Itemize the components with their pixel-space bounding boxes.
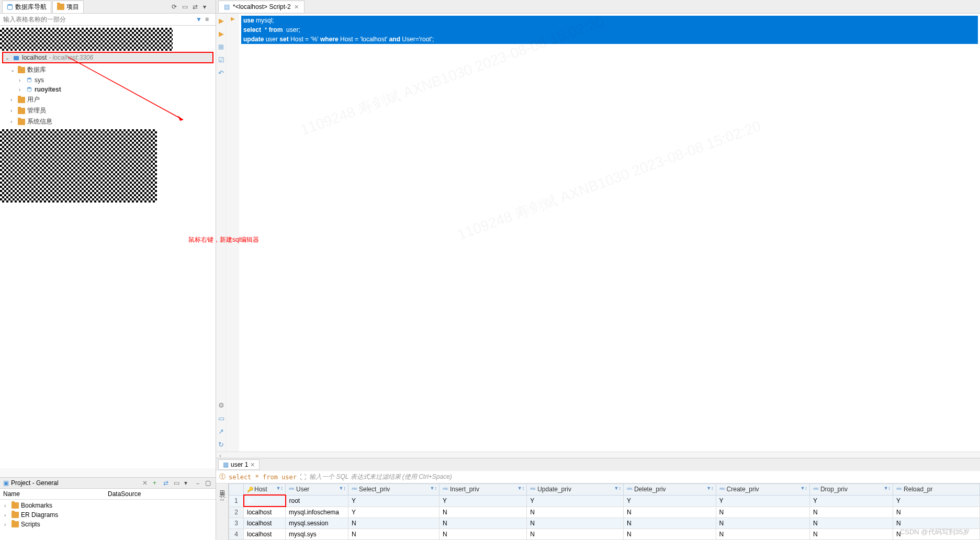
col-delete-priv[interactable]: ᴬᴮᶜDelete_priv▼↕: [623, 484, 716, 496]
cell[interactable]: N: [893, 507, 980, 518]
cell[interactable]: Y: [623, 495, 716, 507]
cell[interactable]: Y: [893, 495, 980, 507]
col-create-priv[interactable]: ᴬᴮᶜCreate_priv▼↕: [716, 484, 809, 496]
project-item-er[interactable]: › ER Diagrams: [0, 510, 216, 520]
sql-editor[interactable]: use mysql; select * from user; update us…: [239, 14, 980, 452]
cell[interactable]: root: [286, 495, 348, 507]
expand-icon[interactable]: ⛶: [300, 474, 306, 481]
cell[interactable]: N: [439, 518, 526, 529]
tree-users[interactable]: › 用户: [0, 94, 216, 105]
editor-tab-script2[interactable]: ▤ *<localhost> Script-2 ✕: [218, 1, 305, 13]
tab-database-navigator[interactable]: 数据库导航: [2, 1, 51, 13]
col-user[interactable]: ᴬᴮᶜUser▼↕: [286, 484, 348, 496]
row-number[interactable]: 2: [229, 507, 244, 518]
export-icon[interactable]: ↗: [218, 428, 224, 435]
col-update-priv[interactable]: ᴬᴮᶜUpdate_priv▼↕: [527, 484, 624, 496]
cell[interactable]: N: [716, 529, 809, 540]
row-number[interactable]: 3: [229, 518, 244, 529]
text-view-icon[interactable]: ⊞: [219, 490, 226, 495]
project-item-scripts[interactable]: › Scripts: [0, 520, 216, 529]
col-select-priv[interactable]: ᴬᴮᶜSelect_priv▼↕: [348, 484, 440, 496]
run-icon[interactable]: ▶: [219, 17, 224, 25]
cell[interactable]: localhost: [244, 507, 286, 518]
settings-icon[interactable]: ⚙: [218, 401, 224, 409]
link-icon[interactable]: ⇄: [163, 479, 171, 487]
cell[interactable]: %: [244, 495, 286, 507]
cell[interactable]: mysql.infoschema: [286, 507, 348, 518]
cell[interactable]: N: [439, 507, 526, 518]
record-icon[interactable]: ↕: [219, 498, 226, 501]
cell[interactable]: Y: [439, 495, 526, 507]
expand-toggle[interactable]: ⌄: [10, 67, 16, 73]
cell[interactable]: N: [716, 507, 809, 518]
filter-options-icon[interactable]: ≡: [205, 16, 212, 23]
maximize-icon[interactable]: ▢: [205, 479, 212, 487]
cell[interactable]: mysql.sys: [286, 529, 348, 540]
row-number[interactable]: 1: [229, 495, 244, 507]
col-datasource[interactable]: DataSource: [108, 490, 212, 498]
tree-sysinfo[interactable]: › 系统信息: [0, 116, 216, 127]
collapse-icon[interactable]: ▭: [182, 3, 189, 10]
menu-icon[interactable]: ▾: [203, 3, 210, 10]
cell[interactable]: N: [809, 529, 893, 540]
cell[interactable]: N: [623, 507, 716, 518]
add-icon[interactable]: +: [153, 479, 160, 487]
cell[interactable]: Y: [348, 495, 440, 507]
cell[interactable]: mysql.session: [286, 518, 348, 529]
minimize-icon[interactable]: －: [195, 479, 202, 487]
refresh-icon[interactable]: ⟳: [172, 3, 179, 10]
cell[interactable]: N: [527, 529, 624, 540]
expand-toggle[interactable]: ›: [10, 108, 16, 114]
cell[interactable]: N: [527, 507, 624, 518]
filter-hint[interactable]: 输入一个 SQL 表达式来过滤结果 (使用 Ctrl+Space): [309, 473, 977, 481]
tree-db-sys[interactable]: › sys: [0, 75, 216, 85]
cell[interactable]: Y: [716, 495, 809, 507]
collapse-icon[interactable]: ▭: [174, 479, 181, 487]
close-icon[interactable]: ✕: [250, 462, 255, 468]
expand-toggle[interactable]: ›: [19, 77, 24, 83]
horizontal-scrollbar[interactable]: ‹: [216, 452, 980, 458]
tree-admins[interactable]: › 管理员: [0, 105, 216, 116]
col-reload-priv[interactable]: ᴬᴮᶜReload_pr: [893, 484, 980, 496]
rownum-header[interactable]: [229, 484, 244, 496]
explain-icon[interactable]: ⊞: [218, 43, 224, 51]
col-drop-priv[interactable]: ᴬᴮᶜDrop_priv▼↕: [809, 484, 893, 496]
cell[interactable]: N: [716, 518, 809, 529]
cell[interactable]: Y: [527, 495, 624, 507]
table-row[interactable]: 2localhostmysql.infoschemaYNNNNNN: [229, 507, 980, 518]
col-insert-priv[interactable]: ᴬᴮᶜInsert_priv▼↕: [439, 484, 526, 496]
cell[interactable]: N: [348, 518, 440, 529]
expand-toggle[interactable]: ⌄: [5, 55, 10, 61]
cell[interactable]: N: [809, 518, 893, 529]
close-icon[interactable]: ✕: [294, 4, 299, 10]
cell[interactable]: N: [348, 529, 440, 540]
tree-db-ruoyitest[interactable]: › ruoyitest: [0, 85, 216, 94]
filter-icon[interactable]: ▼: [196, 16, 203, 23]
table-row[interactable]: 1%rootYYYYYYY: [229, 495, 980, 507]
run-script-icon[interactable]: ▶: [219, 30, 224, 38]
history-icon[interactable]: ↻: [218, 441, 224, 448]
row-number[interactable]: 4: [229, 529, 244, 540]
cell[interactable]: localhost: [244, 518, 286, 529]
cell[interactable]: localhost: [244, 529, 286, 540]
cell[interactable]: Y: [348, 507, 440, 518]
expand-toggle[interactable]: ›: [10, 97, 16, 103]
project-item-bookmarks[interactable]: › Bookmarks: [0, 501, 216, 510]
col-host[interactable]: 🔑Host▼↕: [244, 484, 286, 496]
tree-databases[interactable]: ⌄ 数据库: [0, 64, 216, 75]
connection-localhost[interactable]: ⌄ localhost - localhost:3306: [2, 52, 213, 63]
rollback-icon[interactable]: ↶: [218, 69, 224, 77]
col-name[interactable]: Name: [3, 490, 108, 498]
expand-toggle[interactable]: ›: [10, 119, 16, 125]
expand-toggle[interactable]: ›: [19, 87, 24, 93]
table-row[interactable]: 3localhostmysql.sessionNNNNNNN: [229, 518, 980, 529]
panel-icon[interactable]: ▭: [218, 414, 224, 422]
cell[interactable]: N: [527, 518, 624, 529]
table-row[interactable]: 4localhostmysql.sysNNNNNNN: [229, 529, 980, 540]
cell[interactable]: N: [623, 518, 716, 529]
tab-projects[interactable]: 项目: [52, 1, 84, 13]
menu-icon[interactable]: ▾: [184, 479, 192, 487]
cell[interactable]: Y: [809, 495, 893, 507]
close-icon[interactable]: ✕: [142, 479, 148, 487]
commit-icon[interactable]: ☑: [218, 56, 224, 64]
